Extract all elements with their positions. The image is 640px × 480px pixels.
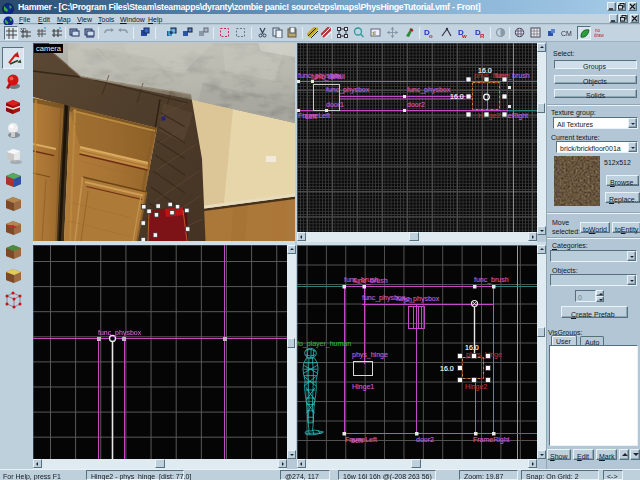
svg-text:FrameRight: FrameRight	[473, 436, 510, 444]
svg-text:ph: ph	[331, 72, 339, 80]
svg-text:func_brush: func_brush	[474, 276, 509, 284]
svg-text:door2: door2	[407, 101, 425, 108]
svg-text:16.0: 16.0	[440, 365, 454, 372]
svg-text:o: o	[429, 33, 433, 38]
svg-text:w: w	[461, 33, 467, 38]
svg-text:16.0: 16.0	[450, 93, 464, 100]
svg-text:func_physbox: func_physbox	[326, 86, 370, 94]
svg-text:ph: ph	[404, 296, 412, 304]
svg-text:func_physbox: func_physbox	[396, 295, 440, 303]
svg-text:tl: tl	[373, 30, 376, 36]
svg-text:draw: draw	[594, 33, 605, 38]
svg-text:Left: Left	[305, 113, 317, 120]
svg-text:func_detail: func_detail	[311, 73, 345, 81]
svg-text:Hinge2: Hinge2	[465, 383, 487, 391]
svg-text:func_brush: func_brush	[353, 277, 388, 285]
svg-text:phys_hinge: phys_hinge	[352, 351, 388, 359]
svg-text:func_physbox: func_physbox	[98, 329, 142, 337]
svg-text:door1: door1	[326, 101, 344, 108]
svg-text:fo_player_human: fo_player_human	[297, 340, 351, 348]
svg-text:func_physbox: func_physbox	[407, 86, 451, 94]
svg-text:Hinge1: Hinge1	[352, 383, 374, 391]
svg-text:16.0: 16.0	[478, 67, 492, 74]
svg-text:R: R	[480, 33, 485, 38]
svg-text:beft: beft	[351, 437, 363, 444]
svg-text:door2: door2	[416, 436, 434, 443]
svg-text:16.0: 16.0	[465, 344, 479, 351]
